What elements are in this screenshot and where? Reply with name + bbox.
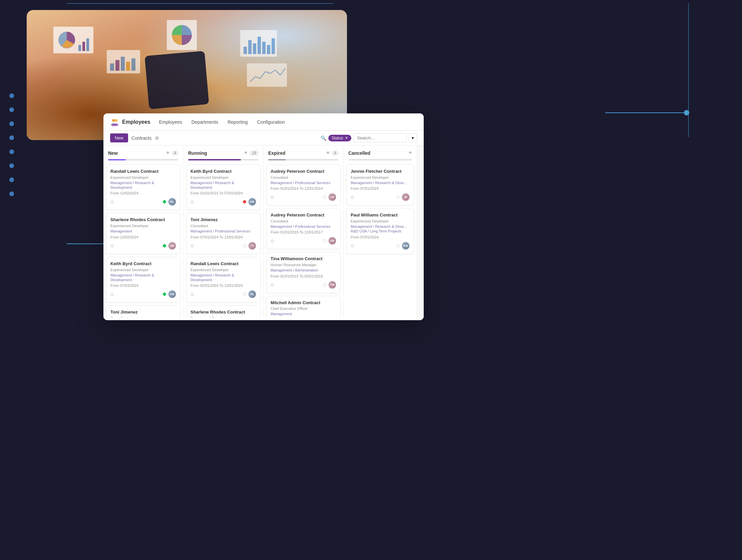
nav-item-configuration[interactable]: Configuration	[254, 117, 288, 127]
contract-card[interactable]: Randall Lewis ContractExperienced Develo…	[186, 257, 261, 302]
col-add-icon-cancelled[interactable]: +	[408, 150, 412, 156]
search-dropdown-button[interactable]: ▾	[409, 133, 417, 143]
chart-paper-2	[107, 50, 140, 73]
new-button[interactable]: New	[110, 133, 128, 143]
contract-card[interactable]: Tina Williamson ContractHuman Resources …	[266, 252, 340, 293]
deco-line-bottom-right	[605, 112, 689, 113]
settings-gear-icon[interactable]: ⚙	[155, 135, 159, 141]
card-footer: ⊙JF	[351, 193, 410, 201]
contract-card[interactable]: Toni JimenezConsultantManagement / Profe…	[186, 213, 261, 254]
card-meta: RL	[243, 290, 256, 298]
card-footer: ⊙KB	[110, 290, 176, 298]
status-dot	[323, 239, 326, 242]
card-role: Human Resources Manager	[271, 263, 336, 267]
card-title: Tina Williamson Contract	[271, 256, 336, 262]
nav-item-employees[interactable]: Employees	[155, 117, 185, 127]
card-clock-icon: ⊙	[110, 200, 114, 205]
contract-card[interactable]: Sharlene Rhodes ContractExperienced Deve…	[106, 213, 180, 254]
card-dept: Management / Professional Services	[191, 229, 256, 233]
avatar: TW	[328, 281, 336, 289]
col-add-icon-expired[interactable]: +	[326, 150, 330, 156]
status-dot	[323, 283, 326, 286]
col-title-new: New	[108, 151, 164, 156]
card-role: Consultant	[271, 175, 336, 179]
card-meta: RL	[163, 198, 176, 206]
col-count-running: 19	[250, 151, 259, 156]
search-input[interactable]	[353, 133, 407, 143]
nav-item-reporting[interactable]: Reporting	[224, 117, 251, 127]
card-clock-icon: ⊙	[110, 243, 114, 248]
card-dept: Management / Research & Development	[191, 180, 256, 190]
kanban-col-new: New+4Randall Lewis ContractExperienced D…	[103, 146, 183, 318]
card-date: From 07/03/2024	[110, 283, 176, 287]
svg-point-25	[114, 123, 118, 126]
svg-rect-7	[115, 60, 119, 71]
status-filter-badge[interactable]: Status ✕	[328, 135, 351, 142]
card-meta: KB	[243, 198, 256, 206]
col-cards-new: Randall Lewis ContractExperienced Develo…	[103, 163, 183, 318]
svg-rect-19	[267, 45, 270, 54]
card-role: Experienced Developer	[110, 268, 176, 272]
card-title: Toni Jimenez	[191, 217, 256, 223]
svg-point-23	[115, 119, 117, 122]
col-progress-expired	[268, 159, 339, 160]
status-dot	[243, 292, 246, 296]
nav-bar: Employees Employees Departments Reportin…	[103, 113, 424, 131]
card-role: Consultant	[271, 219, 336, 223]
card-role: Experienced Developer	[351, 219, 410, 223]
card-date: From 12/02/2024	[110, 235, 176, 239]
card-title: Keith Byrd Contract	[110, 261, 176, 267]
contract-card[interactable]: Keith Byrd ContractExperienced Developer…	[186, 164, 261, 210]
card-footer: ⊙RL	[191, 290, 256, 298]
contract-card[interactable]: Audrey Peterson ContractConsultantManage…	[266, 164, 340, 206]
card-dept: Management / Professional Services	[271, 224, 336, 229]
svg-rect-10	[131, 58, 136, 71]
contract-card[interactable]: Keith Byrd ContractExperienced Developer…	[106, 257, 180, 302]
svg-rect-2	[78, 45, 81, 51]
nav-item-departments[interactable]: Departments	[188, 117, 221, 127]
search-icon[interactable]: 🔍	[321, 135, 326, 141]
card-role: Experienced Developer	[191, 316, 256, 318]
card-dept: Management / Professional Services	[271, 180, 336, 185]
breadcrumb: Contracts	[131, 135, 152, 141]
avatar: KB	[168, 290, 176, 298]
card-role: Experienced Developer	[110, 224, 176, 228]
status-dot	[163, 244, 166, 247]
card-dept: Management	[110, 229, 176, 233]
contract-card[interactable]: Audrey Peterson ContractConsultantManage…	[266, 208, 340, 249]
contract-card[interactable]: Randall Lewis ContractExperienced Develo…	[106, 164, 180, 210]
contract-card[interactable]: Jennie Fletcher ContractExperienced Deve…	[346, 164, 414, 206]
contract-card[interactable]: Toni JimenezConsultantManagement / Profe…	[106, 305, 180, 318]
card-meta: SR	[163, 242, 176, 250]
card-title: Sharlene Rhodes Contract	[110, 217, 176, 223]
card-meta: KB	[163, 290, 176, 298]
status-dot	[243, 200, 246, 204]
card-dept: Management / Administration	[271, 268, 336, 273]
card-clock-icon: ⊙	[271, 195, 274, 200]
card-clock-icon: ⊙	[351, 243, 354, 248]
avatar: KB	[248, 198, 256, 206]
col-add-icon-new[interactable]: +	[166, 150, 170, 156]
card-date: From 12/02/2024	[110, 191, 176, 195]
card-footer: ⊙PW	[351, 242, 410, 250]
card-title: Toni Jimenez	[110, 310, 176, 315]
card-date: From 07/01/2024 To 12/01/2024	[191, 235, 256, 239]
card-dept: Management / Research & Deve... R&D USA …	[351, 224, 410, 234]
card-title: Paul Williams Contract	[351, 213, 410, 218]
contract-card[interactable]: Paul Williams ContractExperienced Develo…	[346, 208, 414, 254]
avatar: RL	[168, 198, 176, 206]
card-title: Keith Byrd Contract	[191, 169, 256, 174]
col-add-icon-running[interactable]: +	[244, 150, 248, 156]
decorative-dots	[9, 93, 14, 196]
col-title-expired: Expired	[268, 151, 324, 156]
card-title: Jennie Fletcher Contract	[351, 169, 410, 174]
status-dot	[163, 200, 166, 204]
svg-rect-14	[244, 47, 247, 54]
contract-card[interactable]: Mitchell Admin ContractChief Executive O…	[266, 296, 340, 318]
card-dept: Management / Research & Development	[110, 180, 176, 190]
contract-card[interactable]: Sharlene Rhodes ContractExperienced Deve…	[186, 305, 261, 318]
card-clock-icon: ⊙	[271, 238, 274, 243]
card-date: From 07/01/2024	[351, 186, 410, 190]
card-footer: ⊙TW	[271, 281, 336, 289]
status-clear-icon[interactable]: ✕	[345, 136, 348, 140]
